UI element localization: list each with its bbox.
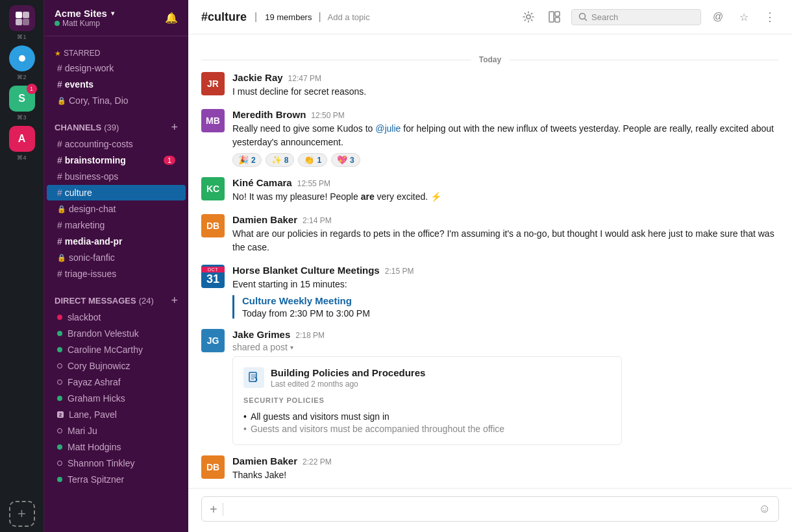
add-topic-link[interactable]: Add a topic bbox=[328, 12, 370, 22]
channels-label: CHANNELS (39) bbox=[55, 123, 119, 132]
dm-item-mari[interactable]: Mari Ju bbox=[47, 423, 186, 439]
message-author: Kiné Camara bbox=[232, 177, 292, 188]
mention-julie[interactable]: @julie bbox=[375, 123, 401, 134]
svg-point-10 bbox=[580, 14, 586, 19]
search-box[interactable] bbox=[571, 9, 701, 25]
search-input[interactable] bbox=[591, 12, 682, 22]
channel-meta: 19 members | Add a topic bbox=[265, 11, 369, 23]
workspace-icon-1[interactable] bbox=[9, 5, 35, 31]
notification-bell-icon[interactable]: 🔔 bbox=[165, 12, 178, 24]
message-header: Kiné Camara 12:55 PM bbox=[232, 177, 779, 188]
avatar-damien-baker: DB bbox=[201, 214, 225, 237]
lock-icon: 🔒 bbox=[57, 97, 66, 105]
svg-point-6 bbox=[526, 15, 530, 19]
channel-name: #culture bbox=[201, 10, 247, 24]
notification-badge: 1 bbox=[27, 84, 37, 94]
add-attachment-button[interactable]: + bbox=[210, 503, 217, 516]
svg-rect-9 bbox=[555, 18, 560, 22]
shared-post-label: shared a post ▾ bbox=[232, 342, 779, 352]
svg-rect-8 bbox=[555, 12, 560, 16]
calendar-day: 31 bbox=[206, 272, 219, 287]
dm-item-graham[interactable]: Graham Hicks bbox=[47, 391, 186, 406]
hash-icon: # bbox=[57, 187, 62, 198]
dm-name: Mari Ju bbox=[68, 426, 97, 436]
avatar-meredith-brown: MB bbox=[201, 109, 225, 132]
dm-name: Caroline McCarthy bbox=[68, 345, 143, 355]
message-header: Damien Baker 2:22 PM bbox=[232, 455, 779, 466]
svg-rect-2 bbox=[16, 19, 22, 25]
workspace-icon-4[interactable]: A bbox=[9, 126, 35, 152]
svg-rect-1 bbox=[23, 12, 29, 18]
dm-item-caroline[interactable]: Caroline McCarthy bbox=[47, 342, 186, 357]
reaction-clap[interactable]: 👏1 bbox=[298, 153, 327, 167]
add-dm-button[interactable]: + bbox=[171, 295, 178, 306]
message-meredith-brown: MB Meredith Brown 12:50 PM Really need t… bbox=[201, 109, 779, 167]
message-text: Really need to give some Kudos to @julie… bbox=[232, 122, 779, 149]
message-content: Kiné Camara 12:55 PM No! It was my pleas… bbox=[232, 177, 779, 204]
event-title-link[interactable]: Culture Weekly Meeting bbox=[242, 295, 352, 306]
settings-icon[interactable] bbox=[519, 8, 538, 26]
message-content: Jackie Ray 12:47 PM I must decline for s… bbox=[232, 72, 779, 99]
post-edited: Last edited 2 months ago bbox=[271, 380, 425, 389]
channel-item-culture[interactable]: # culture bbox=[47, 185, 186, 200]
dm-label: DIRECT MESSAGES (24) bbox=[55, 296, 154, 306]
dm-item-brandon[interactable]: Brandon Velestuk bbox=[47, 326, 186, 341]
star-channel-icon[interactable]: ☆ bbox=[735, 8, 753, 26]
channel-item-marketing[interactable]: # marketing bbox=[47, 217, 186, 233]
offline-status bbox=[57, 380, 62, 385]
message-author: Meredith Brown bbox=[232, 109, 306, 120]
offline-status bbox=[57, 461, 62, 466]
starred-item-cory-tina-dio[interactable]: 🔒 Cory, Tina, Dio bbox=[47, 93, 186, 108]
channel-item-design-chat[interactable]: 🔒 design-chat bbox=[47, 201, 186, 217]
reaction-sparkles[interactable]: ✨8 bbox=[266, 153, 295, 167]
workspace-icon-3[interactable]: S 1 bbox=[9, 86, 35, 112]
add-channel-button[interactable]: + bbox=[171, 121, 178, 133]
divider: | bbox=[254, 11, 257, 23]
sidebar: Acme Sites ▾ Matt Kump 🔔 ★ STARRED # des… bbox=[44, 0, 188, 532]
dm-item-cory[interactable]: Cory Bujnowicz bbox=[47, 358, 186, 374]
avatar-jake-grimes: JG bbox=[201, 329, 225, 352]
message-author: Jake Grimes bbox=[232, 329, 290, 340]
lock-icon: 🔒 bbox=[57, 205, 66, 213]
layout-icon[interactable] bbox=[545, 8, 563, 26]
post-card[interactable]: Building Policies and Procedures Last ed… bbox=[232, 356, 622, 445]
dm-item-shannon[interactable]: Shannon Tinkley bbox=[47, 455, 186, 471]
channel-item-brainstorming[interactable]: # brainstorming 1 bbox=[47, 152, 186, 168]
sidebar-header: Acme Sites ▾ Matt Kump 🔔 bbox=[44, 0, 188, 36]
dm-item-fayaz[interactable]: Fayaz Ashraf bbox=[47, 374, 186, 390]
app-icon-label-1: ⌘1 bbox=[17, 34, 26, 40]
dm-item-slackbot[interactable]: slackbot bbox=[47, 309, 186, 325]
channel-item-triage-issues[interactable]: # triage-issues bbox=[47, 266, 186, 282]
dm-name: Shannon Tinkley bbox=[68, 458, 135, 468]
emoji-picker-button[interactable]: ☺ bbox=[759, 502, 771, 516]
add-workspace-button[interactable]: + bbox=[9, 501, 35, 527]
message-input-area: + ☺ bbox=[188, 488, 792, 532]
search-icon bbox=[578, 12, 588, 21]
messages-area: Today JR Jackie Ray 12:47 PM I must decl… bbox=[188, 34, 792, 488]
dm-item-terra[interactable]: Terra Spitzner bbox=[47, 472, 186, 487]
message-content: Meredith Brown 12:50 PM Really need to g… bbox=[232, 109, 779, 167]
starred-item-events[interactable]: # events bbox=[47, 77, 186, 92]
workspace-name[interactable]: Acme Sites ▾ bbox=[55, 8, 114, 19]
reaction-party[interactable]: 🎉2 bbox=[232, 153, 262, 167]
svg-point-5 bbox=[19, 55, 25, 62]
at-mention-icon[interactable]: @ bbox=[709, 8, 727, 26]
dm-name: Terra Spitzner bbox=[68, 474, 124, 485]
reaction-heart[interactable]: 💖3 bbox=[331, 153, 360, 167]
svg-rect-3 bbox=[23, 19, 29, 25]
message-input[interactable] bbox=[229, 504, 754, 514]
message-content: Jake Grimes 2:18 PM shared a post ▾ Buil… bbox=[232, 329, 779, 445]
channel-item-business-ops[interactable]: # business-ops bbox=[47, 169, 186, 184]
dm-item-matt[interactable]: Matt Hodgins bbox=[47, 439, 186, 455]
workspace-icon-2[interactable] bbox=[9, 45, 35, 71]
channel-item-media-and-pr[interactable]: # media-and-pr bbox=[47, 234, 186, 249]
dm-item-lane-pavel[interactable]: 2 Lane, Pavel bbox=[47, 407, 186, 422]
channel-item-sonic-fanfic[interactable]: 🔒 sonic-fanfic bbox=[47, 250, 186, 265]
channel-item-accounting-costs[interactable]: # accounting-costs bbox=[47, 136, 186, 152]
starred-item-design-work[interactable]: # design-work bbox=[47, 60, 186, 76]
post-title: Building Policies and Procedures bbox=[271, 367, 425, 378]
more-options-icon[interactable]: ⋮ bbox=[761, 8, 779, 26]
hash-icon: # bbox=[57, 236, 62, 247]
hash-icon: # bbox=[57, 139, 62, 149]
calendar-month: OCT bbox=[201, 267, 225, 272]
